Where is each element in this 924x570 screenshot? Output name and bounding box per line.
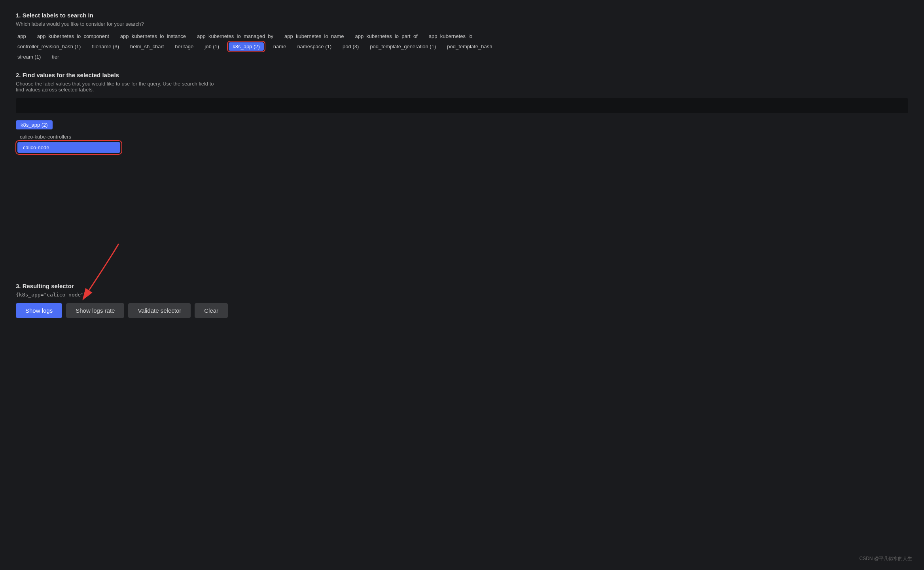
section-3: 3. Resulting selector {k8s_app="calico-n… — [16, 283, 908, 318]
labels-row-2: controller_revision_hash (1) filename (3… — [16, 42, 908, 51]
label-pod-template-hash[interactable]: pod_template_hash — [445, 43, 494, 50]
label-stream[interactable]: stream (1) — [16, 53, 42, 61]
section-2: 2. Find values for the selected labels C… — [16, 72, 908, 271]
section-1: 1. Select labels to search in Which labe… — [16, 12, 908, 61]
label-helm-sh-chart[interactable]: helm_sh_chart — [129, 43, 165, 50]
show-logs-button[interactable]: Show logs — [16, 303, 62, 318]
label-filename[interactable]: filename (3) — [90, 43, 121, 50]
label-app-k8s-instance[interactable]: app_kubernetes_io_instance — [119, 32, 187, 40]
values-area: k8s_app (2) calico-kube-controllers cali… — [16, 120, 908, 271]
clear-button[interactable]: Clear — [195, 303, 228, 318]
selector-text: {k8s_app="calico-node"} — [16, 292, 908, 298]
section-3-title: 3. Resulting selector — [16, 283, 908, 289]
values-search-bar[interactable] — [16, 98, 908, 113]
value-badge-k8s-app[interactable]: k8s_app (2) — [16, 120, 53, 129]
actions-row: Show logs Show logs rate Validate select… — [16, 303, 908, 318]
label-tier[interactable]: tier — [50, 53, 61, 61]
show-logs-rate-button[interactable]: Show logs rate — [66, 303, 124, 318]
section-2-subtitle: Choose the label values that you would l… — [16, 81, 908, 93]
label-app-k8s-truncated[interactable]: app_kubernetes_io_ — [427, 32, 477, 40]
value-calico-kube-controllers[interactable]: calico-kube-controllers — [17, 133, 74, 141]
section-2-title: 2. Find values for the selected labels — [16, 72, 908, 78]
label-pod[interactable]: pod (3) — [341, 43, 360, 50]
section-1-title: 1. Select labels to search in — [16, 12, 908, 19]
labels-row-3: stream (1) tier — [16, 53, 908, 61]
value-row-calico-kube-controllers: calico-kube-controllers — [16, 133, 908, 140]
label-pod-template-generation[interactable]: pod_template_generation (1) — [368, 43, 437, 50]
label-k8s-app-selected[interactable]: k8s_app (2) — [229, 42, 264, 51]
label-app[interactable]: app — [16, 32, 28, 40]
label-controller-revision-hash[interactable]: controller_revision_hash (1) — [16, 43, 82, 50]
label-app-k8s-managed-by[interactable]: app_kubernetes_io_managed_by — [195, 32, 275, 40]
label-heritage[interactable]: heritage — [173, 43, 195, 50]
value-group-k8s-app: k8s_app (2) — [16, 120, 908, 129]
labels-row-1: app app_kubernetes_io_component app_kube… — [16, 32, 908, 40]
label-job[interactable]: job (1) — [203, 43, 221, 50]
section-1-subtitle: Which labels would you like to consider … — [16, 21, 908, 27]
label-app-k8s-component[interactable]: app_kubernetes_io_component — [36, 32, 111, 40]
value-row-calico-node: calico-node — [16, 142, 908, 153]
label-name[interactable]: name — [272, 43, 288, 50]
label-app-k8s-name[interactable]: app_kubernetes_io_name — [283, 32, 345, 40]
label-namespace[interactable]: namespace (1) — [295, 43, 333, 50]
watermark: CSDN @平凡似水的人生 — [859, 555, 912, 562]
value-calico-node[interactable]: calico-node — [17, 142, 120, 153]
label-app-k8s-part-of[interactable]: app_kubernetes_io_part_of — [353, 32, 419, 40]
validate-selector-button[interactable]: Validate selector — [128, 303, 191, 318]
